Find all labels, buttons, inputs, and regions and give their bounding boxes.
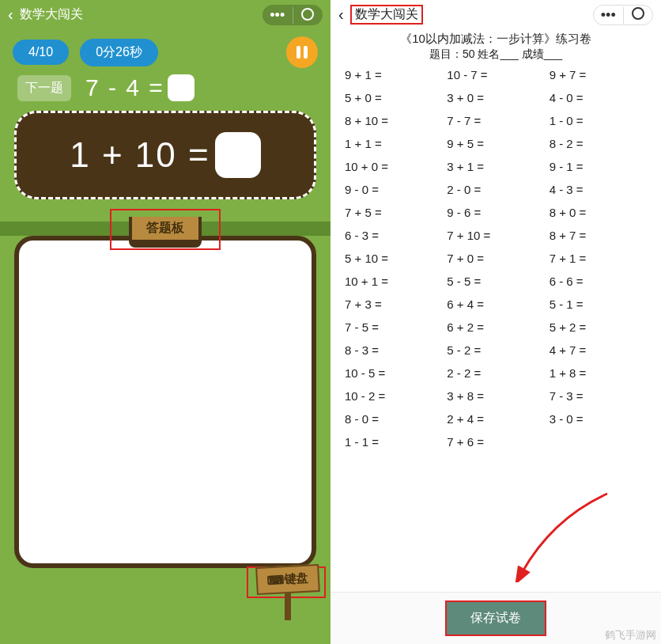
next-question-row: 下一题 7 - 4 =: [0, 73, 330, 103]
problem-cell: 5 - 2 =: [447, 343, 544, 357]
worksheet-title: 数学大闯关: [355, 7, 418, 21]
problem-cell: 9 + 5 =: [447, 137, 544, 150]
problem-cell: 6 - 3 =: [345, 229, 442, 242]
problem-cell: 10 - 2 =: [345, 389, 442, 403]
problem-cell: 6 - 6 =: [550, 275, 647, 288]
keyboard-signpost[interactable]: ⌨ 键盘: [256, 566, 319, 620]
stats-row: 4/10 0分26秒: [0, 28, 330, 73]
problem-cell: 6 + 4 =: [447, 297, 544, 311]
main-equation: 1 + 10 =: [70, 132, 260, 178]
main-question-card: 1 + 10 =: [14, 111, 316, 199]
problem-cell: 7 - 5 =: [345, 320, 442, 334]
problem-cell: 7 + 0 =: [447, 252, 544, 265]
problem-cell: 8 - 3 =: [345, 343, 442, 357]
problem-cell: 5 - 5 =: [447, 275, 544, 288]
board-tab: 答题板: [129, 217, 202, 248]
miniprogram-capsule[interactable]: •••: [263, 5, 323, 25]
problem-cell: 4 - 3 =: [550, 183, 647, 196]
problem-cell: 10 + 0 =: [345, 160, 442, 173]
watermark: 鹤飞手游网: [605, 628, 656, 642]
problem-cell: 5 + 10 =: [345, 252, 442, 265]
problem-cell: 2 - 2 =: [447, 366, 544, 380]
problem-cell: 1 + 1 =: [345, 137, 442, 150]
sheet-title: 《10以内加减法：一步计算》练习卷: [330, 28, 661, 47]
problem-cell: 7 + 10 =: [447, 229, 544, 242]
problem-cell: 10 - 5 =: [345, 366, 442, 380]
problem-cell: 10 - 7 =: [447, 68, 544, 81]
pause-button[interactable]: [286, 36, 318, 68]
problem-cell: 7 - 3 =: [550, 389, 647, 403]
problem-cell: 10 + 1 =: [345, 275, 442, 288]
game-header: ‹ 数学大闯关 •••: [0, 0, 330, 28]
answer-board[interactable]: 答题板: [14, 236, 316, 568]
progress-pill: 4/10: [13, 40, 69, 65]
sheet-subtitle: 题目：50 姓名___ 成绩___: [330, 47, 661, 65]
problem-cell: 9 + 7 =: [550, 68, 647, 81]
problem-cell: 3 + 8 =: [447, 389, 544, 403]
worksheet-screen: ‹ 数学大闯关 ••• 《10以内加减法：一步计算》练习卷 题目：50 姓名__…: [330, 0, 661, 644]
main-equation-text: 1 + 10 =: [70, 135, 210, 175]
problem-cell: 5 + 0 =: [345, 91, 442, 104]
problem-cell: 3 - 0 =: [550, 412, 647, 426]
problem-cell: 8 - 0 =: [345, 412, 442, 426]
save-button[interactable]: 保存试卷: [445, 600, 546, 636]
problem-cell: 9 - 6 =: [447, 206, 544, 219]
back-icon[interactable]: ‹: [8, 6, 13, 24]
problem-cell: 7 + 3 =: [345, 297, 442, 311]
close-circle-icon[interactable]: [624, 7, 653, 23]
board-tab-label: 答题板: [132, 217, 198, 240]
problems-grid: 9 + 1 =10 - 7 =9 + 7 =5 + 0 =3 + 0 =4 - …: [330, 65, 661, 449]
problem-cell: 8 + 10 =: [345, 114, 442, 127]
problem-cell: 6 + 2 =: [447, 320, 544, 334]
sign-post: [285, 593, 291, 620]
problem-cell: 9 - 1 =: [550, 160, 647, 173]
game-screen: ‹ 数学大闯关 ••• 4/10 0分26秒 下一题 7 - 4 = 1 + 1…: [0, 0, 330, 644]
problem-cell: 8 - 2 =: [550, 137, 647, 150]
problem-cell: 3 + 1 =: [447, 160, 544, 173]
callout-highlight-box: 数学大闯关: [350, 5, 423, 25]
problem-cell: 5 + 2 =: [550, 320, 647, 334]
problem-cell: 7 + 6 =: [447, 435, 544, 449]
problem-cell: 3 + 0 =: [447, 91, 544, 104]
back-icon[interactable]: ‹: [338, 6, 344, 24]
problem-cell: 8 + 7 =: [550, 229, 647, 242]
keyboard-sign[interactable]: ⌨ 键盘: [255, 564, 320, 595]
timer-pill: 0分26秒: [80, 39, 158, 66]
problem-cell: 2 - 0 =: [447, 183, 544, 196]
problem-cell: 7 + 1 =: [550, 252, 647, 265]
problem-cell: 1 + 8 =: [550, 366, 647, 380]
problem-cell: 4 - 0 =: [550, 91, 647, 104]
problem-cell: 2 + 4 =: [447, 412, 544, 426]
keyboard-label: 键盘: [285, 571, 309, 588]
problem-cell: 9 - 0 =: [345, 183, 442, 196]
problem-cell: 4 + 7 =: [550, 343, 647, 357]
problem-cell: 1 - 1 =: [345, 435, 442, 449]
next-equation: 7 - 4 =: [85, 74, 195, 101]
problem-cell: 9 + 1 =: [345, 68, 442, 81]
next-label: 下一题: [17, 75, 71, 101]
menu-dots-icon[interactable]: •••: [263, 7, 293, 24]
menu-dots-icon[interactable]: •••: [594, 7, 624, 24]
problem-cell: 5 - 1 =: [550, 297, 647, 311]
problem-cell: [550, 435, 647, 449]
close-circle-icon[interactable]: [293, 8, 323, 23]
miniprogram-capsule[interactable]: •••: [593, 5, 653, 25]
next-answer-box: [168, 74, 195, 101]
arrow-annotation: [504, 487, 615, 585]
problem-cell: 1 - 0 =: [550, 114, 647, 127]
keyboard-icon: ⌨: [267, 573, 285, 588]
problem-cell: 7 + 5 =: [345, 206, 442, 219]
worksheet-header: ‹ 数学大闯关 •••: [330, 0, 661, 28]
problem-cell: 7 - 7 =: [447, 114, 544, 127]
next-equation-text: 7 - 4 =: [85, 74, 164, 101]
main-answer-box[interactable]: [215, 132, 261, 178]
problem-cell: 8 + 0 =: [550, 206, 647, 219]
